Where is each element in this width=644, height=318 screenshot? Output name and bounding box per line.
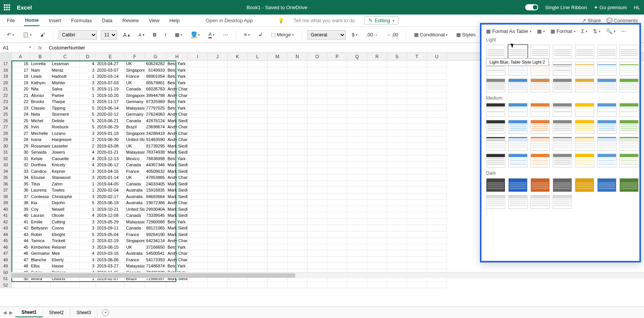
cell[interactable]: Rosamaria (30, 143, 51, 149)
cell[interactable] (125, 282, 145, 288)
cell[interactable] (427, 225, 447, 231)
apps-launcher-icon[interactable] (4, 4, 10, 10)
cell[interactable] (248, 111, 268, 118)
editing-mode-button[interactable]: ✎ Editing ▾ (364, 16, 399, 25)
cell[interactable] (248, 143, 268, 149)
cell[interactable]: Malayasia (125, 219, 145, 225)
cell[interactable] (288, 225, 307, 231)
cell[interactable]: Lessman (51, 61, 80, 67)
row-header[interactable]: 41 (0, 212, 12, 219)
cell[interactable] (327, 225, 347, 231)
cell[interactable] (288, 86, 307, 92)
add-sheet-button[interactable]: + (102, 309, 109, 316)
cell[interactable] (327, 181, 347, 187)
cell[interactable] (268, 257, 288, 263)
cell[interactable] (228, 206, 248, 213)
cell[interactable] (427, 187, 447, 193)
cell[interactable] (327, 92, 347, 99)
cell[interactable]: 5149933 (145, 67, 166, 74)
cell[interactable] (427, 143, 447, 149)
cell[interactable]: Lewis (30, 73, 51, 80)
cell[interactable] (208, 67, 228, 74)
cell[interactable] (288, 156, 307, 162)
undo-button[interactable]: ↶▾ (5, 31, 16, 38)
table-style-swatch[interactable] (575, 79, 594, 92)
cell[interactable] (288, 231, 307, 238)
cell[interactable] (288, 200, 307, 206)
cell[interactable]: Roebuck (51, 124, 80, 130)
cell[interactable] (208, 238, 228, 244)
cell[interactable] (208, 118, 228, 124)
table-style-swatch[interactable] (508, 79, 527, 92)
cell[interactable]: 73339545 (145, 212, 166, 219)
cell[interactable] (188, 225, 208, 231)
row-header[interactable]: 24 (0, 105, 12, 111)
cell[interactable] (288, 67, 307, 74)
cell[interactable]: Canada (125, 86, 145, 92)
cell[interactable] (228, 162, 248, 168)
cell[interactable] (387, 118, 407, 124)
cell[interactable]: Mark Siedling (166, 181, 188, 187)
cell[interactable] (347, 257, 367, 263)
cell[interactable]: Beto Yark (166, 156, 188, 162)
table-style-swatch[interactable] (531, 178, 550, 192)
cell[interactable]: Lozano (51, 130, 80, 137)
cell[interactable]: Elba (30, 263, 51, 269)
cell[interactable]: Kathyrn (30, 80, 51, 86)
cell[interactable] (347, 244, 367, 251)
cell[interactable] (427, 86, 447, 92)
cell[interactable]: 2 (80, 136, 96, 143)
cell[interactable]: 27624063 (145, 111, 166, 118)
cell[interactable]: Germaine (30, 250, 51, 257)
cell[interactable]: 98901054 (145, 73, 166, 80)
cell[interactable]: 29930404 (145, 206, 166, 213)
cell[interactable]: 22 (12, 98, 30, 105)
find-dropdown[interactable]: 🔍▾ (606, 28, 616, 34)
cell[interactable] (228, 98, 248, 105)
cell[interactable]: Classie (30, 105, 51, 111)
table-style-swatch[interactable] (597, 45, 616, 59)
cell[interactable] (307, 263, 327, 269)
row-header[interactable]: 21 (0, 86, 12, 92)
cell[interactable] (288, 118, 307, 124)
cell[interactable]: 2019-03-16 (96, 250, 125, 257)
cell[interactable] (268, 212, 288, 219)
table-style-swatch[interactable] (531, 120, 550, 134)
cell[interactable] (188, 250, 208, 257)
cell[interactable]: Storment (51, 111, 80, 118)
cell[interactable] (347, 105, 367, 111)
cell[interactable] (327, 282, 347, 288)
table-style-swatch[interactable] (508, 137, 527, 151)
cell[interactable]: 37168650 (145, 244, 166, 251)
row-header[interactable]: 29 (0, 136, 12, 143)
sort-filter-dropdown[interactable]: ⇅▾ (593, 28, 601, 34)
cell[interactable] (327, 61, 347, 67)
cell[interactable]: Malayasia (125, 149, 145, 156)
table-style-swatch[interactable] (597, 137, 616, 151)
cell[interactable]: 5 (80, 86, 96, 92)
cell[interactable] (188, 86, 208, 92)
tab-formulas[interactable]: Formulas (71, 15, 93, 26)
cell[interactable] (188, 61, 208, 67)
comments-button[interactable]: 💬 Comments (606, 18, 638, 23)
cell[interactable] (427, 212, 447, 219)
cell[interactable] (188, 282, 208, 288)
cell[interactable] (307, 257, 327, 263)
cell[interactable] (268, 98, 288, 105)
cell[interactable]: 29 (12, 143, 30, 149)
cell[interactable] (367, 282, 387, 288)
cell[interactable]: Caouette (51, 156, 80, 162)
cell[interactable]: 2019-11-17 (96, 98, 125, 105)
cell[interactable]: 34 (12, 174, 30, 181)
cell[interactable] (307, 231, 327, 238)
cell[interactable]: 2019-02-19 (96, 238, 125, 244)
cell[interactable] (268, 206, 288, 213)
table-style-swatch[interactable] (575, 120, 594, 134)
cell[interactable] (407, 86, 427, 92)
table-style-swatch[interactable] (597, 154, 616, 167)
cell[interactable] (228, 149, 248, 156)
cell[interactable] (427, 174, 447, 181)
cell[interactable]: Kepner (51, 168, 80, 175)
cell[interactable]: Singapore (125, 238, 145, 244)
cell[interactable]: UK (125, 143, 145, 149)
